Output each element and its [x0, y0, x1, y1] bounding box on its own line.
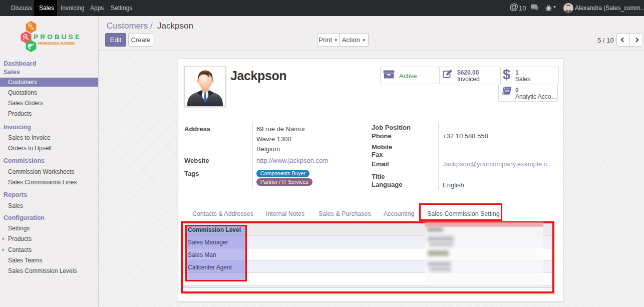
svg-text:PROBUSE: PROBUSE	[34, 33, 80, 41]
svg-text:PROFESSIONAL BUSINESS: PROFESSIONAL BUSINESS	[38, 42, 75, 45]
